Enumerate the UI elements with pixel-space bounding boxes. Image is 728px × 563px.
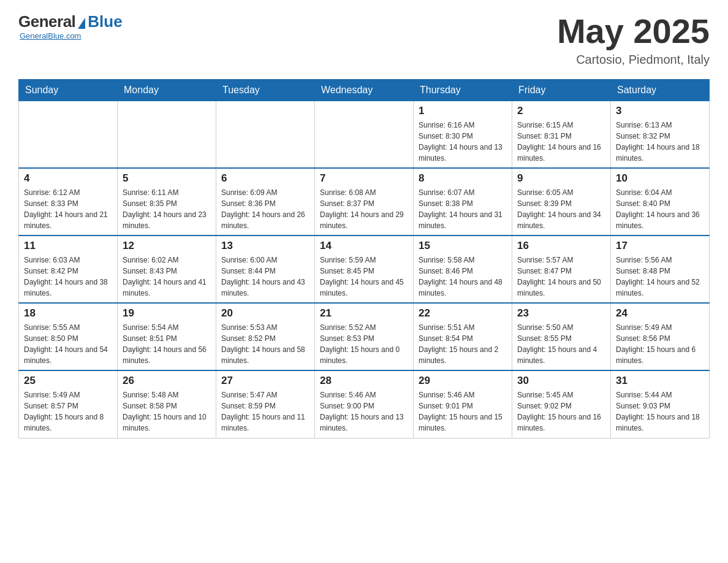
day-info: Sunrise: 5:46 AM Sunset: 9:00 PM Dayligh… (320, 389, 408, 434)
day-number: 9 (517, 172, 605, 185)
calendar-cell: 17Sunrise: 5:56 AM Sunset: 8:48 PM Dayli… (611, 236, 710, 303)
day-number: 10 (616, 172, 704, 185)
day-info: Sunrise: 5:52 AM Sunset: 8:53 PM Dayligh… (320, 322, 408, 366)
day-number: 25 (24, 375, 112, 387)
calendar-cell (19, 101, 118, 168)
calendar-week-row: 18Sunrise: 5:55 AM Sunset: 8:50 PM Dayli… (19, 303, 710, 370)
day-info: Sunrise: 5:44 AM Sunset: 9:03 PM Dayligh… (616, 389, 704, 434)
logo-url: GeneralBlue.com (20, 31, 81, 40)
calendar-cell: 4Sunrise: 6:12 AM Sunset: 8:33 PM Daylig… (19, 168, 118, 236)
calendar-cell (118, 101, 216, 168)
day-info: Sunrise: 6:03 AM Sunset: 8:42 PM Dayligh… (24, 255, 112, 299)
page-header: General Blue GeneralBlue.com May 2025 Ca… (18, 12, 710, 67)
day-number: 12 (123, 240, 211, 252)
calendar-cell: 28Sunrise: 5:46 AM Sunset: 9:00 PM Dayli… (315, 370, 414, 438)
day-info: Sunrise: 5:49 AM Sunset: 8:56 PM Dayligh… (616, 322, 704, 366)
day-number: 11 (24, 240, 112, 252)
day-info: Sunrise: 6:13 AM Sunset: 8:32 PM Dayligh… (616, 120, 704, 164)
calendar-cell: 31Sunrise: 5:44 AM Sunset: 9:03 PM Dayli… (611, 370, 710, 438)
day-info: Sunrise: 6:05 AM Sunset: 8:39 PM Dayligh… (517, 187, 605, 231)
calendar-cell: 29Sunrise: 5:46 AM Sunset: 9:01 PM Dayli… (414, 370, 512, 438)
calendar-week-row: 11Sunrise: 6:03 AM Sunset: 8:42 PM Dayli… (19, 236, 710, 303)
day-info: Sunrise: 5:53 AM Sunset: 8:52 PM Dayligh… (221, 322, 309, 366)
calendar-header-row: SundayMondayTuesdayWednesdayThursdayFrid… (19, 79, 710, 101)
logo-blue-text: Blue (88, 12, 122, 31)
calendar-cell: 2Sunrise: 6:15 AM Sunset: 8:31 PM Daylig… (512, 101, 611, 168)
day-info: Sunrise: 5:48 AM Sunset: 8:58 PM Dayligh… (123, 389, 211, 434)
day-info: Sunrise: 6:12 AM Sunset: 8:33 PM Dayligh… (24, 187, 112, 231)
day-info: Sunrise: 5:50 AM Sunset: 8:55 PM Dayligh… (517, 322, 605, 366)
calendar-header-saturday: Saturday (611, 79, 710, 101)
day-info: Sunrise: 5:58 AM Sunset: 8:46 PM Dayligh… (419, 255, 507, 299)
day-number: 21 (320, 307, 408, 320)
calendar-cell (216, 101, 315, 168)
calendar-cell: 10Sunrise: 6:04 AM Sunset: 8:40 PM Dayli… (611, 168, 710, 236)
calendar-header-friday: Friday (512, 79, 611, 101)
calendar-week-row: 4Sunrise: 6:12 AM Sunset: 8:33 PM Daylig… (19, 168, 710, 236)
day-number: 13 (221, 240, 309, 252)
day-info: Sunrise: 6:11 AM Sunset: 8:35 PM Dayligh… (123, 187, 211, 231)
day-info: Sunrise: 5:56 AM Sunset: 8:48 PM Dayligh… (616, 255, 704, 299)
calendar-cell: 23Sunrise: 5:50 AM Sunset: 8:55 PM Dayli… (512, 303, 611, 370)
day-number: 22 (419, 307, 507, 320)
calendar-cell (315, 101, 414, 168)
month-title: May 2025 (557, 12, 710, 50)
calendar-cell: 12Sunrise: 6:02 AM Sunset: 8:43 PM Dayli… (118, 236, 216, 303)
day-info: Sunrise: 6:08 AM Sunset: 8:37 PM Dayligh… (320, 187, 408, 231)
day-number: 27 (221, 375, 309, 387)
day-info: Sunrise: 5:45 AM Sunset: 9:02 PM Dayligh… (517, 389, 605, 434)
calendar-cell: 6Sunrise: 6:09 AM Sunset: 8:36 PM Daylig… (216, 168, 315, 236)
calendar-cell: 22Sunrise: 5:51 AM Sunset: 8:54 PM Dayli… (414, 303, 512, 370)
calendar-cell: 16Sunrise: 5:57 AM Sunset: 8:47 PM Dayli… (512, 236, 611, 303)
day-number: 3 (616, 105, 704, 117)
day-number: 5 (123, 172, 211, 185)
day-number: 1 (419, 105, 507, 117)
day-number: 8 (419, 172, 507, 185)
day-number: 26 (123, 375, 211, 387)
calendar-header-tuesday: Tuesday (216, 79, 315, 101)
calendar-cell: 15Sunrise: 5:58 AM Sunset: 8:46 PM Dayli… (414, 236, 512, 303)
day-number: 2 (517, 105, 605, 117)
day-info: Sunrise: 6:02 AM Sunset: 8:43 PM Dayligh… (123, 255, 211, 299)
logo: General Blue GeneralBlue.com (18, 12, 123, 40)
day-number: 14 (320, 240, 408, 252)
day-info: Sunrise: 6:04 AM Sunset: 8:40 PM Dayligh… (616, 187, 704, 231)
calendar-cell: 3Sunrise: 6:13 AM Sunset: 8:32 PM Daylig… (611, 101, 710, 168)
day-info: Sunrise: 5:55 AM Sunset: 8:50 PM Dayligh… (24, 322, 112, 366)
calendar-header-wednesday: Wednesday (315, 79, 414, 101)
day-info: Sunrise: 6:07 AM Sunset: 8:38 PM Dayligh… (419, 187, 507, 231)
calendar-header-sunday: Sunday (19, 79, 118, 101)
day-number: 31 (616, 375, 704, 387)
calendar-cell: 20Sunrise: 5:53 AM Sunset: 8:52 PM Dayli… (216, 303, 315, 370)
day-info: Sunrise: 5:57 AM Sunset: 8:47 PM Dayligh… (517, 255, 605, 299)
calendar-cell: 18Sunrise: 5:55 AM Sunset: 8:50 PM Dayli… (19, 303, 118, 370)
day-info: Sunrise: 6:09 AM Sunset: 8:36 PM Dayligh… (221, 187, 309, 231)
day-number: 7 (320, 172, 408, 185)
calendar-cell: 5Sunrise: 6:11 AM Sunset: 8:35 PM Daylig… (118, 168, 216, 236)
day-info: Sunrise: 5:47 AM Sunset: 8:59 PM Dayligh… (221, 389, 309, 434)
day-info: Sunrise: 5:49 AM Sunset: 8:57 PM Dayligh… (24, 389, 112, 434)
day-number: 19 (123, 307, 211, 320)
calendar-cell: 21Sunrise: 5:52 AM Sunset: 8:53 PM Dayli… (315, 303, 414, 370)
day-number: 6 (221, 172, 309, 185)
day-number: 24 (616, 307, 704, 320)
calendar-table: SundayMondayTuesdayWednesdayThursdayFrid… (18, 79, 710, 439)
calendar-cell: 24Sunrise: 5:49 AM Sunset: 8:56 PM Dayli… (611, 303, 710, 370)
day-number: 20 (221, 307, 309, 320)
calendar-cell: 9Sunrise: 6:05 AM Sunset: 8:39 PM Daylig… (512, 168, 611, 236)
day-info: Sunrise: 5:54 AM Sunset: 8:51 PM Dayligh… (123, 322, 211, 366)
day-info: Sunrise: 6:15 AM Sunset: 8:31 PM Dayligh… (517, 120, 605, 164)
day-info: Sunrise: 6:16 AM Sunset: 8:30 PM Dayligh… (419, 120, 507, 164)
calendar-cell: 11Sunrise: 6:03 AM Sunset: 8:42 PM Dayli… (19, 236, 118, 303)
logo-triangle-icon (78, 18, 85, 29)
day-number: 16 (517, 240, 605, 252)
day-number: 23 (517, 307, 605, 320)
calendar-cell: 1Sunrise: 6:16 AM Sunset: 8:30 PM Daylig… (414, 101, 512, 168)
day-number: 30 (517, 375, 605, 387)
calendar-cell: 8Sunrise: 6:07 AM Sunset: 8:38 PM Daylig… (414, 168, 512, 236)
day-info: Sunrise: 5:51 AM Sunset: 8:54 PM Dayligh… (419, 322, 507, 366)
day-info: Sunrise: 5:59 AM Sunset: 8:45 PM Dayligh… (320, 255, 408, 299)
calendar-cell: 25Sunrise: 5:49 AM Sunset: 8:57 PM Dayli… (19, 370, 118, 438)
day-number: 17 (616, 240, 704, 252)
calendar-cell: 13Sunrise: 6:00 AM Sunset: 8:44 PM Dayli… (216, 236, 315, 303)
